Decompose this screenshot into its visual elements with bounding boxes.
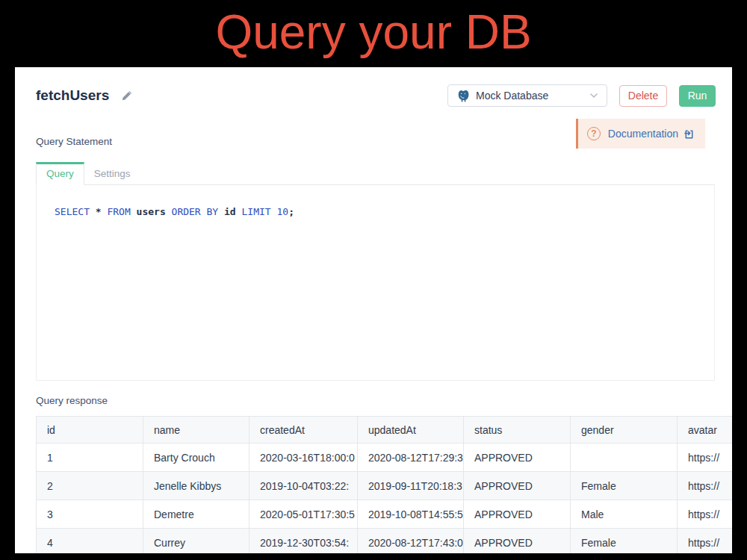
query-response-label: Query response <box>36 395 711 406</box>
response-table-wrap: idnamecreatedAtupdatedAtstatusgenderavat… <box>36 416 732 553</box>
table-cell: https:// <box>678 500 733 529</box>
table-cell: 2019-10-04T03:22: <box>249 472 358 500</box>
chevron-down-icon <box>589 90 599 101</box>
table-cell: 2020-08-12T17:43:0 <box>358 529 464 554</box>
header-controls: Mock Database Delete Run <box>447 84 716 107</box>
statement-tabs: Query Settings <box>36 162 715 185</box>
run-button[interactable]: Run <box>679 85 716 107</box>
response-table: idnamecreatedAtupdatedAtstatusgenderavat… <box>36 416 732 553</box>
tab-settings[interactable]: Settings <box>84 163 140 184</box>
question-circle-icon: ? <box>587 127 601 140</box>
column-header-avatar: avatar <box>678 417 733 444</box>
table-cell: https:// <box>678 472 733 500</box>
tab-query[interactable]: Query <box>36 162 84 185</box>
sql-code-line: SELECT * FROM users ORDER BY id LIMIT 10… <box>55 206 714 217</box>
sql-token <box>218 206 224 217</box>
table-body: 1Barty Crouch2020-03-16T18:00:02020-08-1… <box>37 444 733 554</box>
table-cell: Female <box>571 529 678 554</box>
table-cell: 2019-10-08T14:55:5 <box>358 500 464 529</box>
database-select[interactable]: Mock Database <box>447 84 607 107</box>
table-row: 3Demetre2020-05-01T17:30:52019-10-08T14:… <box>37 500 733 529</box>
sql-editor[interactable]: SELECT * FROM users ORDER BY id LIMIT 10… <box>36 185 715 381</box>
column-header-id: id <box>37 417 143 444</box>
table-cell: 2020-05-01T17:30:5 <box>249 500 358 529</box>
external-link-icon <box>684 128 695 140</box>
table-row: 1Barty Crouch2020-03-16T18:00:02020-08-1… <box>37 444 733 472</box>
table-cell: Barty Crouch <box>143 444 249 472</box>
table-header-row: idnamecreatedAtupdatedAtstatusgenderavat… <box>37 417 733 444</box>
column-header-status: status <box>464 417 571 444</box>
page-title: Query your DB <box>0 4 747 60</box>
pencil-icon[interactable] <box>121 90 133 102</box>
table-cell: 2019-09-11T20:18:3 <box>358 472 464 500</box>
database-select-value: Mock Database <box>476 90 548 102</box>
sql-token: users <box>137 206 172 217</box>
documentation-link[interactable]: Documentation <box>608 128 678 140</box>
column-header-name: name <box>143 417 249 444</box>
table-cell <box>571 444 678 472</box>
query-panel: fetchUsers Mock Database <box>15 67 732 553</box>
sql-token: id <box>224 206 241 217</box>
column-header-updatedAt: updatedAt <box>358 417 464 444</box>
table-cell: 2 <box>37 472 143 500</box>
table-cell: Currey <box>143 529 249 554</box>
table-cell: APPROVED <box>464 529 571 554</box>
table-cell: https:// <box>678 444 733 472</box>
table-cell: 1 <box>37 444 143 472</box>
sql-token: * <box>96 206 108 217</box>
table-cell: APPROVED <box>464 500 571 529</box>
sql-token <box>131 206 137 217</box>
column-header-gender: gender <box>571 417 678 444</box>
column-header-createdAt: createdAt <box>249 417 358 444</box>
table-cell: https:// <box>678 529 733 554</box>
table-cell: 3 <box>37 500 143 529</box>
table-cell: APPROVED <box>464 472 571 500</box>
table-row: 4Currey2019-12-30T03:54:2020-08-12T17:43… <box>37 529 733 554</box>
sql-token: LIMIT 10 <box>242 206 289 217</box>
postgresql-icon <box>456 89 470 103</box>
query-name: fetchUsers <box>36 87 109 104</box>
table-cell: Jenelle Kibbys <box>143 472 249 500</box>
sql-token: ORDER BY <box>172 206 219 217</box>
sql-token: FROM <box>107 206 130 217</box>
table-row: 2Jenelle Kibbys2019-10-04T03:22:2019-09-… <box>37 472 733 500</box>
sql-token: SELECT <box>55 206 90 217</box>
table-cell: 2019-12-30T03:54: <box>249 529 358 554</box>
table-cell: 4 <box>37 529 143 554</box>
table-cell: Demetre <box>143 500 249 529</box>
statement-doc-row: Query Statement ? Documentation <box>15 119 732 149</box>
documentation-banner[interactable]: ? Documentation <box>576 119 705 149</box>
query-statement-label: Query Statement <box>36 136 112 149</box>
table-cell: Male <box>571 500 678 529</box>
delete-button[interactable]: Delete <box>619 85 667 107</box>
sql-token: ; <box>288 206 294 217</box>
table-cell: Female <box>571 472 678 500</box>
table-cell: 2020-03-16T18:00:0 <box>249 444 358 472</box>
table-cell: 2020-08-12T17:29:3 <box>358 444 464 472</box>
panel-header: fetchUsers Mock Database <box>15 67 732 107</box>
table-cell: APPROVED <box>464 444 571 472</box>
sql-token <box>90 206 96 217</box>
